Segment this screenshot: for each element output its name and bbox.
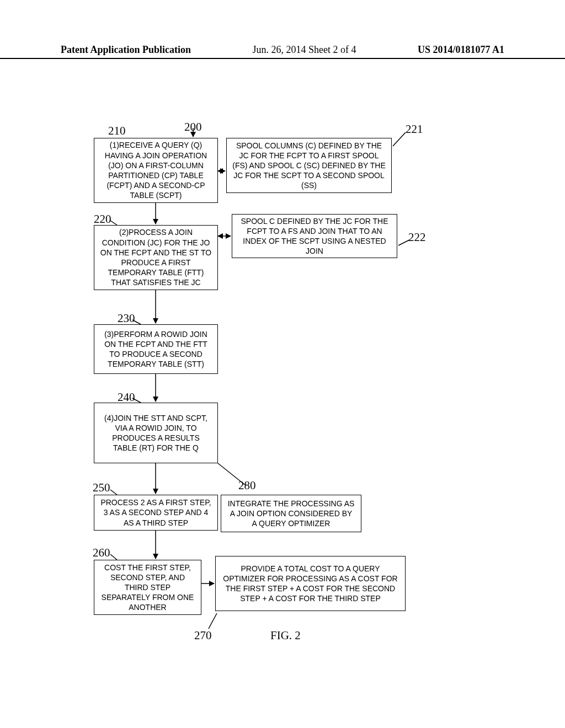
svg-line-8 xyxy=(393,132,406,146)
figure-label: FIG. 2 xyxy=(270,629,301,643)
header-row: Patent Application Publication Jun. 26, … xyxy=(0,44,565,56)
ref-260: 260 xyxy=(93,546,110,560)
box-240: (4)JOIN THE STT AND SCPT, VIA A ROWID JO… xyxy=(94,403,218,463)
box-220: (2)PROCESS A JOIN CONDITION (JC) FOR THE… xyxy=(94,225,218,290)
svg-line-9 xyxy=(398,240,409,245)
ref-200: 200 xyxy=(184,120,202,134)
box-260: COST THE FIRST STEP, SECOND STEP, AND TH… xyxy=(94,560,201,615)
ref-220: 220 xyxy=(94,212,111,226)
flowchart: 200 210 220 221 222 230 240 250 260 270 … xyxy=(0,110,565,662)
page: { "header": { "left": "Patent Applicatio… xyxy=(0,0,565,728)
ref-280: 280 xyxy=(238,479,256,493)
ref-230: 230 xyxy=(118,312,135,325)
header-left: Patent Application Publication xyxy=(61,44,191,56)
ref-250: 250 xyxy=(93,481,110,495)
header-right: US 2014/0181077 A1 xyxy=(418,44,504,56)
box-221: SPOOL COLUMNS (C) DEFINED BY THE JC FOR … xyxy=(226,138,392,193)
box-222: SPOOL C DEFINED BY THE JC FOR THE FCPT T… xyxy=(232,214,397,258)
box-210: (1)RECEIVE A QUERY (Q) HAVING A JOIN OPE… xyxy=(94,138,218,203)
header-center: Jun. 26, 2014 Sheet 2 of 4 xyxy=(253,44,356,56)
ref-210: 210 xyxy=(108,124,126,138)
box-270: PROVIDE A TOTAL COST TO A QUERY OPTIMIZE… xyxy=(215,556,406,611)
box-230: (3)PERFORM A ROWID JOIN ON THE FCPT AND … xyxy=(94,324,218,374)
svg-line-13 xyxy=(110,221,117,225)
ref-222: 222 xyxy=(408,231,426,244)
svg-line-12 xyxy=(209,613,217,629)
box-250: PROCESS 2 AS A FIRST STEP, 3 AS A SECOND… xyxy=(94,495,218,531)
ref-221: 221 xyxy=(406,122,423,136)
box-280: INTEGRATE THE PROCESSING AS A JOIN OPTIO… xyxy=(221,495,361,532)
svg-line-16 xyxy=(110,490,117,495)
svg-line-17 xyxy=(110,554,117,560)
ref-270: 270 xyxy=(194,629,212,643)
page-header: Patent Application Publication Jun. 26, … xyxy=(0,44,565,59)
